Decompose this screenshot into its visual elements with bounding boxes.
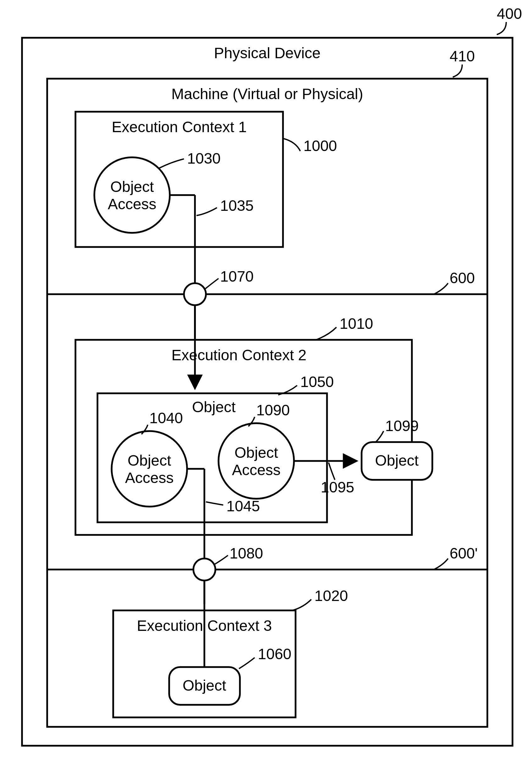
oa1030-l1: Object (110, 178, 154, 195)
ref-1090: 1090 (256, 402, 290, 419)
object-access-1030 (94, 157, 170, 233)
leader-1095 (329, 463, 335, 480)
ref-1010: 1010 (340, 315, 373, 332)
ref-400: 400 (497, 5, 522, 22)
diagram-root: 400 Physical Device 410 Machine (Virtual… (0, 0, 532, 769)
leader-1080 (214, 555, 228, 565)
leader-1060 (239, 658, 255, 669)
oa1090-l1: Object (235, 444, 278, 461)
obj1099-label: Object (375, 452, 419, 469)
ref-1045: 1045 (226, 498, 260, 515)
physical-device-box (22, 38, 513, 746)
leader-600p (434, 559, 448, 570)
ec2-title: Execution Context 2 (171, 347, 307, 363)
oa1040-l1: Object (128, 452, 171, 469)
ref-1060: 1060 (258, 646, 291, 662)
object-access-1040 (112, 431, 187, 507)
leader-1010 (316, 327, 336, 340)
physical-device-title: Physical Device (214, 45, 321, 61)
leader-410 (453, 64, 462, 77)
machine-title: Machine (Virtual or Physical) (171, 86, 363, 102)
obj1060-label: Object (183, 677, 226, 694)
leader-1045 (206, 502, 223, 505)
ref-1035: 1035 (220, 197, 254, 214)
ref-1080: 1080 (230, 545, 263, 562)
object-access-1090 (219, 423, 294, 499)
ref-600p: 600' (450, 545, 478, 562)
ref-1040: 1040 (149, 410, 183, 426)
leader-1000 (283, 138, 300, 151)
leader-1030 (159, 159, 184, 168)
node-1070 (184, 283, 206, 305)
leader-600 (434, 283, 448, 294)
ref-410: 410 (450, 48, 475, 64)
obj1050-title: Object (192, 399, 236, 415)
ref-1095: 1095 (321, 479, 354, 496)
ref-1099: 1099 (385, 418, 419, 434)
ref-1000: 1000 (303, 137, 337, 154)
oa1030-l2: Access (108, 196, 157, 212)
ec1-title: Execution Context 1 (112, 119, 247, 135)
oa1040-l2: Access (125, 470, 174, 486)
ref-1070: 1070 (220, 268, 254, 285)
leader-1035 (197, 208, 217, 215)
leader-1070 (204, 278, 219, 289)
oa1090-l2: Access (232, 462, 281, 478)
leader-1099 (376, 431, 384, 442)
leader-1020 (292, 599, 311, 610)
node-1080 (193, 559, 215, 581)
ref-1030: 1030 (187, 150, 221, 167)
ref-1020: 1020 (314, 588, 348, 604)
ref-1050: 1050 (300, 373, 334, 390)
ref-600: 600 (450, 270, 475, 286)
leader-400 (497, 22, 506, 35)
